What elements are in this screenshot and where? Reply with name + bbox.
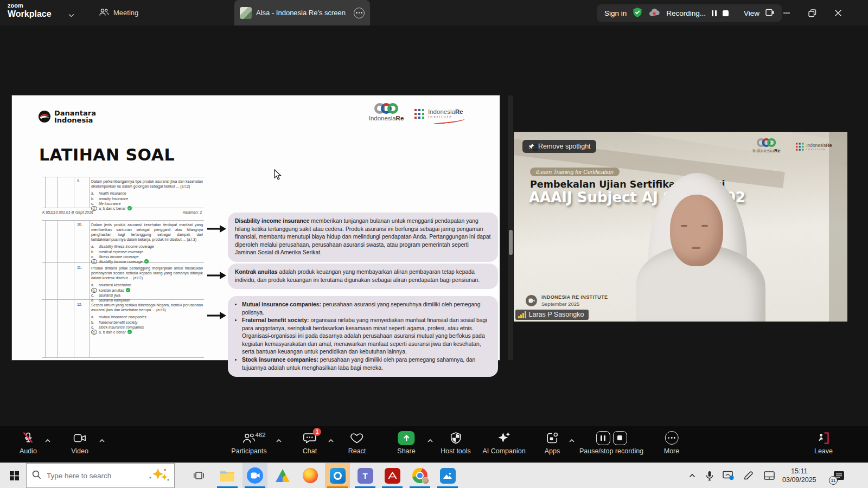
pin-icon xyxy=(528,143,535,150)
option-row: b.fraternal benefit society xyxy=(91,320,203,325)
apps-button[interactable]: Apps xyxy=(545,431,560,455)
answer-term: Disability income insurance xyxy=(235,218,309,224)
institute-text: Indonesia xyxy=(428,108,455,115)
answer-box-disability: Disability income insurance memberikan t… xyxy=(228,213,498,262)
tray-screen-share-icon[interactable] xyxy=(719,463,738,488)
share-options-chevron[interactable] xyxy=(427,435,433,445)
pause-recording-button[interactable] xyxy=(712,10,717,16)
screen-share-thumbnail xyxy=(240,7,252,19)
remove-spotlight-button[interactable]: Remove spotlight xyxy=(522,140,596,153)
chat-options-chevron[interactable] xyxy=(328,435,334,445)
search-highlights-icon xyxy=(148,467,170,484)
share-scroll-handle[interactable] xyxy=(509,230,513,255)
close-button[interactable] xyxy=(829,7,847,20)
pause-recording-toolbar-button[interactable] xyxy=(596,431,610,445)
host-tools-button[interactable]: Host tools xyxy=(441,431,471,455)
start-button[interactable] xyxy=(3,463,25,488)
meeting-people-icon xyxy=(99,8,109,18)
windows-taskbar: T xyxy=(0,463,868,488)
bullet-item: Fraternal benefit society: organisasi ni… xyxy=(242,317,491,356)
taskbar-teams[interactable]: T xyxy=(353,463,378,488)
video-options-chevron[interactable] xyxy=(99,435,105,445)
option-row-correct: d.disability income coverage✓ xyxy=(91,259,203,264)
leave-button[interactable]: Leave xyxy=(814,431,833,455)
institute-dots-icon xyxy=(414,109,425,123)
taskbar-google-drive[interactable] xyxy=(270,463,295,488)
taskbar-photos[interactable] xyxy=(435,463,460,488)
tray-show-hidden-icons[interactable] xyxy=(682,463,702,488)
option-row: c.illness income coverage xyxy=(91,254,203,259)
notification-center-button[interactable]: 11 xyxy=(827,463,851,488)
minimize-button[interactable] xyxy=(777,7,796,20)
view-layout-icon[interactable] xyxy=(765,9,774,18)
correct-check-icon: ✓ xyxy=(144,259,149,264)
scan-page-footer: K.651110.001.01-B /Sept 2016 Halaman: 2 xyxy=(42,210,202,214)
more-ellipsis-icon xyxy=(665,431,678,445)
video-label: Video xyxy=(71,447,88,455)
question-11: 11. Produk dimana pihak penanggung menja… xyxy=(77,266,203,303)
participant-name-tag: Laras P Sasongko xyxy=(515,310,589,320)
zoom-toolbar: Audio Video 462 Participants 1 Chat xyxy=(0,426,868,463)
tray-pen-icon[interactable] xyxy=(739,463,757,488)
stop-recording-button[interactable] xyxy=(723,10,729,16)
view-button-label[interactable]: View xyxy=(744,9,760,17)
participants-button[interactable]: 462 Participants xyxy=(231,431,266,455)
taskbar-outlook[interactable] xyxy=(325,463,350,488)
answer-box-companies: Mutual insurance companies: perusahaan a… xyxy=(228,296,498,377)
danantara-text-line2: Indonesia xyxy=(54,117,96,124)
indonesiare-logo: IndonesiaRe xyxy=(363,103,409,121)
question-text: Dalam jenis produk asuransi kesehatan te… xyxy=(91,222,203,242)
maximize-button[interactable] xyxy=(803,7,821,20)
taskbar-chrome[interactable] xyxy=(407,463,432,488)
audio-label: Audio xyxy=(20,447,37,455)
option-row: a.mutual insurance companies xyxy=(91,314,203,319)
cloud-recording-icon xyxy=(648,8,660,18)
ai-companion-button[interactable]: AI Companion xyxy=(482,431,525,455)
audio-options-chevron[interactable] xyxy=(44,435,51,445)
logo-zoom-text: zoom xyxy=(8,3,52,9)
share-scroll-track xyxy=(508,95,513,360)
tray-microphone-icon[interactable] xyxy=(701,463,718,488)
ai-companion-label: AI Companion xyxy=(482,447,525,455)
apps-options-chevron[interactable] xyxy=(569,435,575,445)
sign-in-button[interactable]: Sign in xyxy=(604,9,627,17)
recording-status-text: Recording... xyxy=(666,9,706,17)
scan-page-1: 9. Dalam perkembangannya tipe produk asu… xyxy=(42,177,204,208)
security-shield-icon xyxy=(633,7,642,20)
audio-button[interactable]: Audio xyxy=(20,431,37,455)
taskbar-firefox[interactable] xyxy=(298,463,323,488)
question-number: 9. xyxy=(77,179,87,183)
indonesiare-institute-logo: IndonesiaRe Institute xyxy=(414,107,465,123)
question-text: Produk dimana pihak penanggung menjanjik… xyxy=(91,266,203,280)
taskbar-clock[interactable]: 15:11 03/09/2025 xyxy=(782,463,816,488)
taskbar-search[interactable] xyxy=(26,463,175,488)
participants-options-chevron[interactable] xyxy=(276,435,282,445)
participants-count: 462 xyxy=(256,432,266,438)
share-button[interactable]: Share xyxy=(397,431,415,455)
task-view-button[interactable] xyxy=(188,463,209,488)
tab-meeting[interactable]: Meeting xyxy=(93,0,144,25)
workspace-chevron-down-icon[interactable] xyxy=(68,10,74,20)
clock-time: 15:11 xyxy=(791,467,807,476)
tray-touchpad-icon[interactable] xyxy=(760,463,779,488)
taskbar-zoom[interactable] xyxy=(242,463,267,488)
tab-shared-screen[interactable]: Alsa - Indonesia Re's screen xyxy=(234,0,370,25)
taskbar-acrobat[interactable] xyxy=(380,463,405,488)
video-button[interactable]: Video xyxy=(71,431,88,455)
recording-controls: Pause/stop recording xyxy=(579,431,643,455)
option-row: b.medical expense coverage xyxy=(91,249,203,254)
question-number: 11. xyxy=(77,266,87,269)
search-input[interactable] xyxy=(47,472,143,480)
option-row: a.asuransi kesehatan xyxy=(91,282,203,287)
taskbar-file-explorer[interactable] xyxy=(215,463,240,488)
react-button[interactable]: React xyxy=(348,431,366,455)
chat-button[interactable]: 1 Chat xyxy=(303,431,317,455)
apps-icon xyxy=(546,431,559,445)
stop-recording-toolbar-button[interactable] xyxy=(612,431,627,445)
more-button[interactable]: More xyxy=(664,431,679,455)
speaker-face xyxy=(670,195,723,266)
tab-options-ellipsis-icon[interactable] xyxy=(354,8,365,18)
indonesiare-text: Indonesia xyxy=(369,115,396,121)
question-10: 10. Dalam jenis produk asuransi kesehata… xyxy=(77,222,203,265)
tab-meeting-label: Meeting xyxy=(113,9,138,17)
